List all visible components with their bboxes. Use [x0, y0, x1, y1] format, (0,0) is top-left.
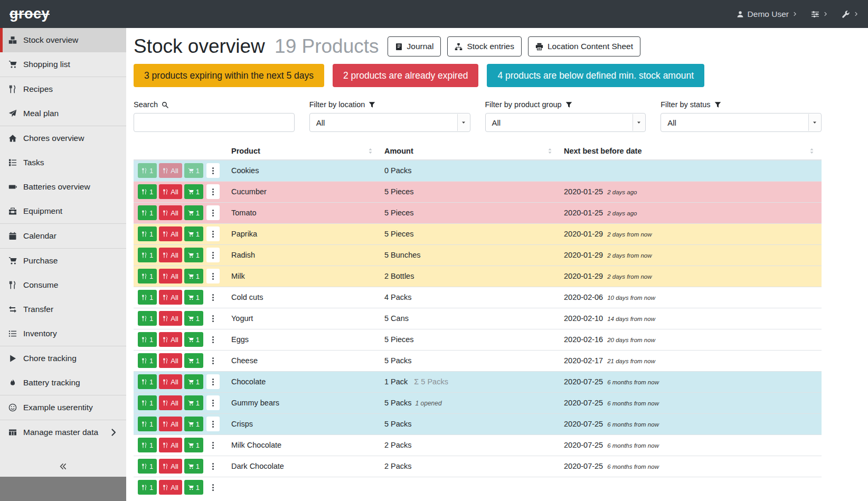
row-menu-button[interactable]	[206, 395, 220, 410]
best-before-column-header[interactable]: Next best before date	[560, 143, 822, 160]
user-menu[interactable]: Demo User	[737, 10, 797, 19]
consume-all-button[interactable]: All	[159, 163, 182, 178]
add-to-shopping-list-button[interactable]: 1	[184, 374, 203, 389]
product-column-header[interactable]: Product	[227, 143, 380, 160]
add-to-shopping-list-button[interactable]: 1	[184, 184, 203, 199]
consume-all-button[interactable]: All	[159, 374, 182, 389]
consume-all-button[interactable]: All	[159, 290, 182, 305]
journal-button[interactable]: Journal	[388, 36, 441, 56]
row-menu-button[interactable]	[206, 311, 220, 326]
location-content-sheet-button[interactable]: Location Content Sheet	[528, 36, 640, 56]
consume-all-button[interactable]: All	[159, 353, 182, 368]
consume-all-button[interactable]: All	[159, 332, 182, 347]
product-group-filter-select[interactable]: All	[485, 113, 646, 132]
row-menu-button[interactable]	[206, 184, 220, 199]
status-filter-select[interactable]: All	[661, 113, 822, 132]
settings-menu[interactable]	[811, 10, 828, 18]
warning-alert-button[interactable]: 3 products expiring within the next 5 da…	[134, 64, 324, 87]
consume-all-button[interactable]: All	[159, 395, 182, 410]
consume-all-button[interactable]: All	[159, 205, 182, 220]
row-menu-button[interactable]	[206, 332, 220, 347]
consume-one-button[interactable]: 1	[138, 374, 157, 389]
consume-all-button[interactable]: All	[159, 480, 182, 495]
sidebar-item-inventory[interactable]: Inventory	[0, 322, 126, 346]
consume-one-button[interactable]: 1	[138, 184, 157, 199]
consume-one-button[interactable]: 1	[138, 459, 157, 474]
sidebar-item-chore-tracking[interactable]: Chore tracking	[0, 346, 126, 371]
sidebar-item-tasks[interactable]: Tasks	[0, 150, 126, 175]
consume-one-button[interactable]: 1	[138, 395, 157, 410]
info-alert-button[interactable]: 4 products are below defined min. stock …	[487, 64, 704, 87]
amount-column-header[interactable]: Amount	[380, 143, 560, 160]
add-to-shopping-list-button[interactable]: 1	[184, 332, 203, 347]
consume-one-button[interactable]: 1	[138, 480, 157, 495]
location-filter-select[interactable]: All	[309, 113, 470, 132]
consume-all-button[interactable]: All	[159, 417, 182, 431]
add-to-shopping-list-button[interactable]: 1	[184, 480, 203, 495]
add-to-shopping-list-button[interactable]: 1	[184, 395, 203, 410]
consume-one-button[interactable]: 1	[138, 417, 157, 431]
sidebar-item-transfer[interactable]: Transfer	[0, 297, 126, 322]
sidebar-item-battery-tracking[interactable]: Battery tracking	[0, 371, 126, 395]
consume-one-button[interactable]: 1	[138, 438, 157, 452]
row-menu-button[interactable]	[206, 269, 220, 283]
row-menu-button[interactable]	[206, 205, 220, 220]
consume-all-button[interactable]: All	[159, 184, 182, 199]
row-menu-button[interactable]	[206, 459, 220, 474]
consume-one-button[interactable]: 1	[138, 353, 157, 368]
sidebar-item-purchase[interactable]: Purchase	[0, 249, 126, 273]
add-to-shopping-list-button[interactable]: 1	[184, 226, 203, 241]
row-menu-button[interactable]	[206, 163, 220, 178]
add-to-shopping-list-button[interactable]: 1	[184, 205, 203, 220]
add-to-shopping-list-button[interactable]: 1	[184, 269, 203, 283]
consume-one-button[interactable]: 1	[138, 163, 157, 178]
sidebar-item-stock-overview[interactable]: Stock overview	[0, 28, 126, 52]
sidebar-item-example-userentity[interactable]: Example userentity	[0, 395, 126, 420]
danger-alert-button[interactable]: 2 products are already expired	[333, 64, 478, 87]
consume-one-button[interactable]: 1	[138, 311, 157, 326]
admin-menu[interactable]	[842, 10, 858, 18]
table-icon	[7, 428, 18, 437]
sidebar-item-consume[interactable]: Consume	[0, 273, 126, 297]
add-to-shopping-list-button[interactable]: 1	[184, 311, 203, 326]
row-menu-button[interactable]	[206, 480, 220, 495]
sidebar-item-recipes[interactable]: Recipes	[0, 77, 126, 101]
consume-all-button[interactable]: All	[159, 226, 182, 241]
consume-all-button[interactable]: All	[159, 459, 182, 474]
row-menu-button[interactable]	[206, 248, 220, 262]
sidebar-item-batteries-overview[interactable]: Batteries overview	[0, 175, 126, 199]
consume-one-button[interactable]: 1	[138, 332, 157, 347]
row-menu-button[interactable]	[206, 226, 220, 241]
row-menu-button[interactable]	[206, 353, 220, 368]
consume-all-button[interactable]: All	[159, 311, 182, 326]
stock-entries-button[interactable]: Stock entries	[447, 36, 522, 56]
sidebar-item-chores-overview[interactable]: Chores overview	[0, 126, 126, 150]
consume-one-button[interactable]: 1	[138, 226, 157, 241]
consume-one-button[interactable]: 1	[138, 290, 157, 305]
consume-all-button[interactable]: All	[159, 438, 182, 452]
sidebar-item-shopping-list[interactable]: Shopping list	[0, 52, 126, 77]
consume-one-button[interactable]: 1	[138, 269, 157, 283]
sidebar-item-calendar[interactable]: Calendar	[0, 224, 126, 248]
consume-one-button[interactable]: 1	[138, 205, 157, 220]
grocy-logo[interactable]: grocy	[10, 6, 50, 22]
sidebar-item-meal-plan[interactable]: Meal plan	[0, 101, 126, 126]
consume-all-button[interactable]: All	[159, 269, 182, 283]
add-to-shopping-list-button[interactable]: 1	[184, 353, 203, 368]
consume-all-button[interactable]: All	[159, 248, 182, 262]
row-menu-button[interactable]	[206, 438, 220, 452]
add-to-shopping-list-button[interactable]: 1	[184, 417, 203, 431]
search-input[interactable]	[134, 113, 295, 132]
sidebar-collapse-button[interactable]	[0, 456, 126, 477]
add-to-shopping-list-button[interactable]: 1	[184, 438, 203, 452]
add-to-shopping-list-button[interactable]: 1	[184, 163, 203, 178]
add-to-shopping-list-button[interactable]: 1	[184, 290, 203, 305]
consume-one-button[interactable]: 1	[138, 248, 157, 262]
add-to-shopping-list-button[interactable]: 1	[184, 248, 203, 262]
sidebar-item-manage-master-data[interactable]: Manage master data	[0, 420, 126, 445]
row-menu-button[interactable]	[206, 417, 220, 431]
row-menu-button[interactable]	[206, 374, 220, 389]
add-to-shopping-list-button[interactable]: 1	[184, 459, 203, 474]
row-menu-button[interactable]	[206, 290, 220, 305]
sidebar-item-equipment[interactable]: Equipment	[0, 199, 126, 223]
